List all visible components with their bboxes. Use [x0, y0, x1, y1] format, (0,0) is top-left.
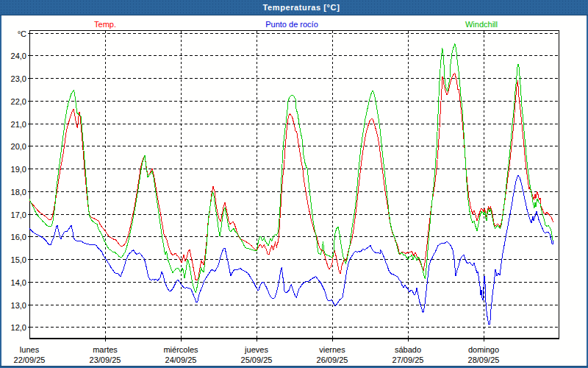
svg-text:Windchill: Windchill: [465, 20, 498, 29]
svg-text:28/09/25: 28/09/25: [468, 355, 500, 364]
svg-text:15,0: 15,0: [11, 255, 26, 264]
svg-text:22/09/25: 22/09/25: [14, 355, 46, 364]
svg-text:viernes: viernes: [319, 345, 345, 354]
svg-text:domingo: domingo: [468, 345, 499, 354]
svg-text:12,0: 12,0: [11, 323, 26, 332]
svg-text:22,0: 22,0: [11, 97, 26, 106]
svg-text:25/09/25: 25/09/25: [241, 355, 273, 364]
svg-text:17,0: 17,0: [11, 210, 26, 219]
svg-text:23,0: 23,0: [11, 74, 26, 83]
svg-text:jueves: jueves: [244, 345, 268, 354]
svg-text:26/09/25: 26/09/25: [317, 355, 348, 364]
svg-text:lunes: lunes: [20, 345, 40, 354]
svg-text:sábado: sábado: [395, 345, 421, 354]
svg-text:27/09/25: 27/09/25: [392, 355, 424, 364]
svg-text:14,0: 14,0: [11, 278, 26, 287]
svg-text:miércoles: miércoles: [163, 345, 198, 354]
svg-text:Punto de rocío: Punto de rocío: [265, 20, 318, 29]
svg-text:20,0: 20,0: [11, 142, 26, 151]
svg-text:21,0: 21,0: [11, 120, 26, 129]
svg-text:18,0: 18,0: [11, 188, 26, 197]
svg-text:19,0: 19,0: [11, 165, 26, 174]
svg-text:13,0: 13,0: [11, 301, 26, 310]
svg-text:16,0: 16,0: [11, 233, 26, 241]
svg-text:Temperaturas [°C]: Temperaturas [°C]: [263, 3, 340, 12]
svg-text:24/09/25: 24/09/25: [165, 355, 197, 364]
svg-text:23/09/25: 23/09/25: [90, 355, 121, 364]
svg-text:Temp.: Temp.: [94, 20, 116, 29]
svg-text:°C: °C: [18, 29, 26, 38]
svg-text:24,0: 24,0: [11, 52, 26, 60]
svg-text:martes: martes: [93, 345, 118, 354]
